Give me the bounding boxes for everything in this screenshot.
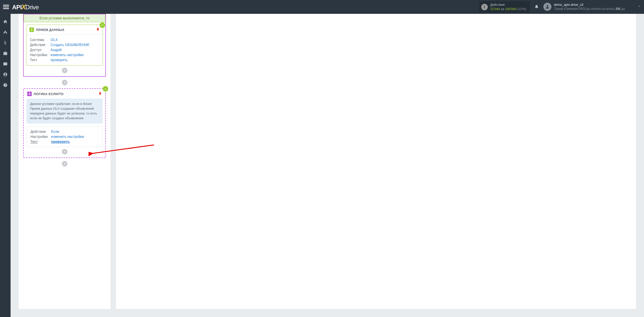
avatar-icon [543,3,551,11]
sidenav [0,14,11,317]
delete-button[interactable] [98,91,102,96]
nav-briefcase[interactable] [0,49,11,58]
step-number: 1 [29,27,34,32]
test-link[interactable]: проверить [51,58,68,62]
tariff-info: Тариф |Премиум PRO| до оплаты осталось 2… [554,7,625,11]
user-name: demo_apix-drive_s3 [554,3,625,7]
info-message: Данное условие сработает, если в блоке П… [27,99,102,123]
nav-billing[interactable] [0,38,11,48]
check-icon [100,22,105,28]
action-link[interactable]: Если [51,130,59,134]
logo[interactable]: APIXDrive [12,3,39,11]
logic-block: 4 ЛОГИКА ЕСЛИ/ТО Данное условие сработае… [23,88,106,158]
add-block-button[interactable]: + [62,80,67,85]
nav-home[interactable] [0,17,11,26]
logic-details: ДействиеЕсли Настройкиизменить настройки… [27,126,102,147]
nav-connections[interactable] [0,27,11,37]
chevron-down-icon [637,5,641,9]
system-link[interactable]: OLX [51,38,58,42]
add-step-button[interactable]: + [62,68,67,73]
settings-link[interactable]: изменить настройки [51,135,84,139]
actions-counter[interactable]: i Действия: 22'044 из 100'000 (22%) [479,1,530,13]
card-title: ПРИЕМ ДАННЫХ [36,28,64,32]
delete-button[interactable] [96,27,100,32]
menu-toggle[interactable] [3,4,9,10]
settings-link[interactable]: изменить настройки [51,53,84,57]
test-link[interactable]: проверить [51,140,70,144]
add-block-button[interactable]: + [62,161,67,167]
data-receive-card: 1 ПРИЕМ ДАННЫХ СистемаOLX ДействиеСоздат… [26,25,103,66]
user-menu[interactable]: demo_apix-drive_s3 Тариф |Премиум PRO| д… [543,3,641,11]
svg-rect-2 [6,33,7,34]
access-link[interactable]: Андрій [51,48,62,52]
notifications-icon[interactable] [534,4,539,10]
add-step-button[interactable]: + [62,149,67,154]
card-title: ЛОГИКА ЕСЛИ/ТО [34,92,64,96]
condition-header: Если условие выполняется, то [24,14,105,22]
right-panel [116,14,636,309]
action-link[interactable]: Создать ОБЪЯВЛЕНИЕ [51,43,90,47]
check-icon [103,86,108,92]
nav-help[interactable] [0,80,11,90]
condition-block: Если условие выполняется, то 1 ПРИЕМ ДАН… [23,14,106,77]
left-panel: Если условие выполняется, то 1 ПРИЕМ ДАН… [19,14,110,309]
nav-video[interactable] [0,59,11,69]
actions-label: Действия: [490,3,526,7]
info-icon: i [481,4,488,10]
svg-rect-1 [5,31,6,32]
topbar: APIXDrive i Действия: 22'044 из 100'000 … [0,0,644,14]
step-number: 4 [27,92,32,96]
svg-rect-0 [4,33,5,34]
nav-account[interactable] [0,70,11,79]
